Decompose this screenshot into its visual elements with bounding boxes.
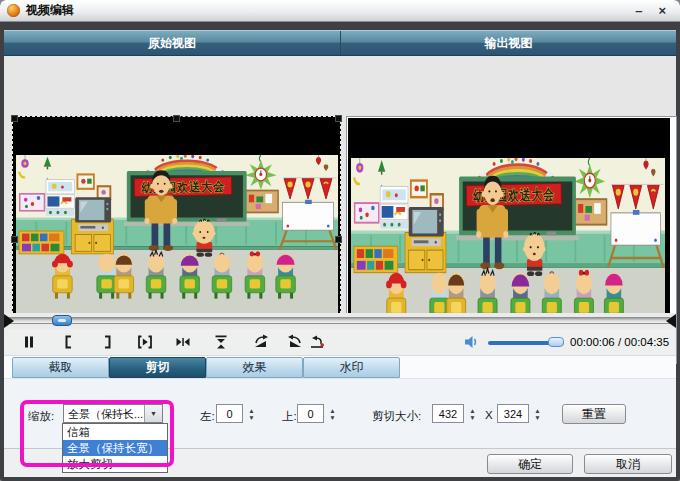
transport-bar: 00:00:06 / 00:04:35 xyxy=(4,329,676,356)
crop-size-label: 剪切大小: xyxy=(372,409,421,424)
video-frame xyxy=(16,155,338,324)
tab-watermark[interactable]: 水印 xyxy=(303,357,400,378)
volume-slider-handle[interactable] xyxy=(548,337,564,347)
crop-handle-mid-left[interactable] xyxy=(11,236,18,243)
reset-button[interactable]: 重置 xyxy=(562,404,626,424)
spinner-up-icon[interactable]: ▲ xyxy=(534,407,540,414)
app-icon xyxy=(7,4,20,17)
pause-icon[interactable] xyxy=(18,333,40,351)
chevron-down-icon[interactable]: ▼ xyxy=(144,405,162,422)
spinner-up-icon[interactable]: ▲ xyxy=(248,407,254,414)
tab-effects[interactable]: 效果 xyxy=(206,357,303,378)
crop-height-input[interactable]: 324 xyxy=(497,404,529,423)
minimize-button[interactable]: – xyxy=(635,2,642,20)
spinner-up-icon[interactable]: ▲ xyxy=(469,407,475,414)
time-display: 00:00:06 / 00:04:35 xyxy=(570,336,669,348)
timeline xyxy=(4,313,676,329)
output-view-label: 输出视图 xyxy=(340,31,676,55)
zoom-option-zoom-crop[interactable]: 放大剪切 xyxy=(63,456,167,472)
timeline-track[interactable] xyxy=(6,317,672,324)
mark-start-icon[interactable] xyxy=(58,333,80,351)
crop-width-input[interactable]: 432 xyxy=(432,404,464,423)
top-spinner[interactable]: ▲ ▼ xyxy=(326,404,339,423)
reset-rotate-icon[interactable] xyxy=(306,333,328,351)
crop-handle-top-left[interactable] xyxy=(11,115,18,122)
top-label: 上: xyxy=(282,409,297,424)
ok-button[interactable]: 确定 xyxy=(487,454,573,474)
mark-end-icon[interactable] xyxy=(96,333,118,351)
crop-handle-mid-right[interactable] xyxy=(335,236,342,243)
crop-height-spinner[interactable]: ▲ ▼ xyxy=(531,404,544,423)
cancel-button[interactable]: 取消 xyxy=(584,454,672,474)
tab-crop[interactable]: 剪切 xyxy=(109,357,206,378)
spinner-down-icon[interactable]: ▼ xyxy=(469,414,475,421)
rotate-right-icon[interactable] xyxy=(250,333,272,351)
video-area xyxy=(4,56,676,313)
tab-capture[interactable]: 截取 xyxy=(12,357,109,378)
left-label: 左: xyxy=(200,409,215,424)
crop-controls-panel: 缩放: 全景（保持长... ▼ 信箱 全景（保持长宽） 放大剪切 左: 0 ▲ … xyxy=(4,379,676,448)
rotate-left-icon[interactable] xyxy=(284,333,306,351)
crop-handle-top-right[interactable] xyxy=(335,115,342,122)
video-edit-dialog: 视频编辑 – × 原始视图 输出视图 xyxy=(0,0,680,481)
titlebar: 视频编辑 – × xyxy=(0,0,680,22)
top-input[interactable]: 0 xyxy=(297,404,324,423)
spinner-down-icon[interactable]: ▼ xyxy=(248,414,254,421)
original-view-label: 原始视图 xyxy=(4,31,340,55)
volume-icon[interactable] xyxy=(464,335,480,352)
zoom-label: 缩放: xyxy=(28,409,54,424)
left-spinner[interactable]: ▲ ▼ xyxy=(245,404,258,423)
zoom-option-letterbox[interactable]: 信箱 xyxy=(63,424,167,440)
zoom-mode-value: 全景（保持长... xyxy=(64,405,144,422)
left-input[interactable]: 0 xyxy=(216,404,243,423)
trim-start-marker[interactable] xyxy=(4,314,14,328)
zoom-mode-select[interactable]: 全景（保持长... ▼ xyxy=(63,404,163,423)
zoom-mode-dropdown: 信箱 全景（保持长宽） 放大剪切 xyxy=(62,423,168,473)
spinner-down-icon[interactable]: ▼ xyxy=(329,414,335,421)
spinner-down-icon[interactable]: ▼ xyxy=(534,414,540,421)
next-frame-icon[interactable] xyxy=(172,333,194,351)
tab-bar: 截取 剪切 效果 水印 xyxy=(4,356,676,379)
pane-headers: 原始视图 输出视图 xyxy=(4,30,676,56)
flip-vertical-icon[interactable] xyxy=(210,333,232,351)
spinner-up-icon[interactable]: ▲ xyxy=(329,407,335,414)
trim-end-marker[interactable] xyxy=(666,314,676,328)
playhead-handle[interactable] xyxy=(52,315,72,326)
zoom-option-pan-keep-aspect[interactable]: 全景（保持长宽） xyxy=(63,440,167,456)
crop-handle-top-center[interactable] xyxy=(173,115,180,122)
size-separator: X xyxy=(485,409,493,421)
window-title: 视频编辑 xyxy=(26,2,74,19)
play-range-icon[interactable] xyxy=(134,333,156,351)
crop-width-spinner[interactable]: ▲ ▼ xyxy=(466,404,479,423)
close-button[interactable]: × xyxy=(658,2,666,20)
